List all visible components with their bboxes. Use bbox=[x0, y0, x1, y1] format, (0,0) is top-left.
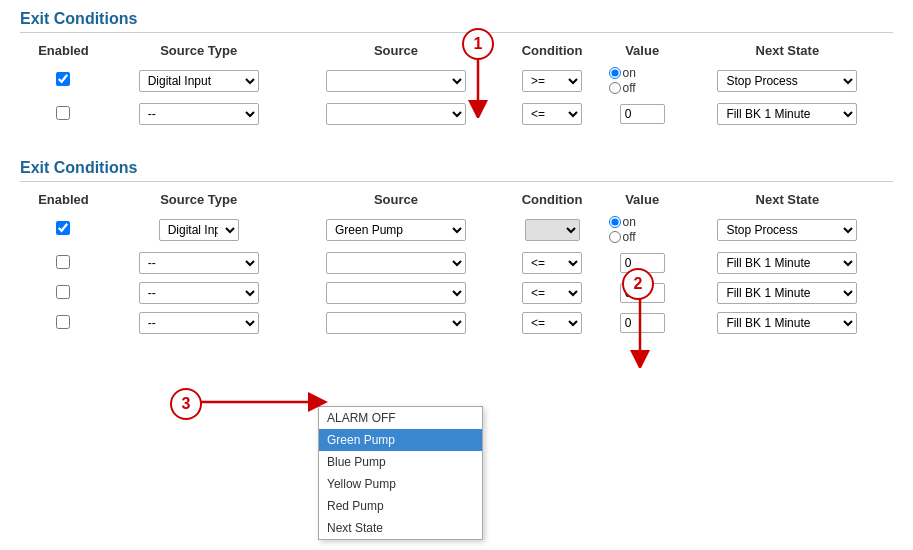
col-enabled-1: Enabled bbox=[20, 39, 107, 62]
s2-row2-condition-select[interactable]: <= >= bbox=[522, 252, 582, 274]
dropdown-item-green-pump[interactable]: Green Pump bbox=[319, 429, 482, 451]
row1-on-radio[interactable] bbox=[609, 67, 621, 79]
col-source-type-1: Source Type bbox=[107, 39, 290, 62]
table-row: -- Digital Input <= >= bbox=[20, 248, 893, 278]
row1-condition-select[interactable]: >= <= bbox=[522, 70, 582, 92]
s2-row4-next-state-select[interactable]: Fill BK 1 Minute bbox=[717, 312, 857, 334]
section1-table: Enabled Source Type Source Condition Val… bbox=[20, 39, 893, 129]
row2-source-type-select[interactable]: -- Digital Input bbox=[139, 103, 259, 125]
row2-condition-select[interactable]: <= >= bbox=[522, 103, 582, 125]
s2-row1-off-radio[interactable] bbox=[609, 231, 621, 243]
annotation-circle-3: 3 bbox=[170, 388, 202, 420]
s2-row1-source-type-select[interactable]: Digital Input -- bbox=[159, 219, 239, 241]
section2-title: Exit Conditions bbox=[20, 159, 893, 182]
row1-enabled-cb[interactable] bbox=[56, 72, 70, 86]
annotation-circle-1: 1 bbox=[462, 28, 494, 60]
s2-row3-source-select[interactable] bbox=[326, 282, 466, 304]
s2-row3-source-type-select[interactable]: -- Digital Input bbox=[139, 282, 259, 304]
col-condition-2: Condition bbox=[502, 188, 603, 211]
s2-row4-source-select[interactable] bbox=[326, 312, 466, 334]
dropdown-item-yellow-pump[interactable]: Yellow Pump bbox=[319, 473, 482, 495]
dropdown-item-red-pump[interactable]: Red Pump bbox=[319, 495, 482, 517]
col-next-state-2: Next State bbox=[682, 188, 893, 211]
row2-value-input[interactable] bbox=[620, 104, 665, 124]
s2-row3-condition-select[interactable]: <= >= bbox=[522, 282, 582, 304]
annotation-circle-2: 2 bbox=[622, 268, 654, 300]
row2-source-select[interactable] bbox=[326, 103, 466, 125]
row2-enabled-cb[interactable] bbox=[56, 106, 70, 120]
col-enabled-2: Enabled bbox=[20, 188, 107, 211]
dropdown-item-blue-pump[interactable]: Blue Pump bbox=[319, 451, 482, 473]
table-row: -- Digital Input <= >= bbox=[20, 99, 893, 129]
source-dropdown: ALARM OFF Green Pump Blue Pump Yellow Pu… bbox=[318, 406, 483, 540]
col-value-2: Value bbox=[603, 188, 682, 211]
row1-source-type-select[interactable]: Digital Input -- Analog Input bbox=[139, 70, 259, 92]
s2-row2-source-type-select[interactable]: -- Digital Input bbox=[139, 252, 259, 274]
table-row: Digital Input -- Green Pump on bbox=[20, 211, 893, 248]
row1-value-radio-group: on off bbox=[609, 66, 676, 95]
table-row: -- <= Fill BK bbox=[20, 308, 893, 338]
s2-row2-next-state-select[interactable]: Fill BK 1 Minute Stop Process bbox=[717, 252, 857, 274]
col-condition-1: Condition bbox=[502, 39, 603, 62]
section1-title: Exit Conditions bbox=[20, 10, 893, 33]
s2-row1-on-radio[interactable] bbox=[609, 216, 621, 228]
s2-row4-value-input[interactable] bbox=[620, 313, 665, 333]
row1-source-select[interactable] bbox=[326, 70, 466, 92]
s2-row4-condition-select[interactable]: <= bbox=[522, 312, 582, 334]
dropdown-item-alarm-off[interactable]: ALARM OFF bbox=[319, 407, 482, 429]
s2-row1-value-radio-group: on off bbox=[609, 215, 676, 244]
s2-row2-enabled-cb[interactable] bbox=[56, 255, 70, 269]
row2-next-state-select[interactable]: Fill BK 1 Minute Stop Process bbox=[717, 103, 857, 125]
section2-table: Enabled Source Type Source Condition Val… bbox=[20, 188, 893, 338]
s2-row3-enabled-cb[interactable] bbox=[56, 285, 70, 299]
s2-row4-enabled-cb[interactable] bbox=[56, 315, 70, 329]
col-value-1: Value bbox=[603, 39, 682, 62]
table-row: -- Digital Input <= >= bbox=[20, 278, 893, 308]
s2-row1-enabled-cb[interactable] bbox=[56, 221, 70, 235]
s2-row1-next-state-select[interactable]: Stop Process Fill BK 1 Minute bbox=[717, 219, 857, 241]
s2-row1-source-select[interactable]: Green Pump bbox=[326, 219, 466, 241]
col-next-state-1: Next State bbox=[682, 39, 893, 62]
annotation-arrow-3 bbox=[200, 390, 330, 420]
s2-row2-source-select[interactable] bbox=[326, 252, 466, 274]
row1-next-state-select[interactable]: Stop Process Fill BK 1 Minute bbox=[717, 70, 857, 92]
col-source-type-2: Source Type bbox=[107, 188, 290, 211]
s2-row3-next-state-select[interactable]: Fill BK 1 Minute Stop Process bbox=[717, 282, 857, 304]
dropdown-item-next-state[interactable]: Next State bbox=[319, 517, 482, 539]
row1-off-radio[interactable] bbox=[609, 82, 621, 94]
s2-row1-condition-select[interactable] bbox=[525, 219, 580, 241]
table-row: Digital Input -- Analog Input >= <= bbox=[20, 62, 893, 99]
s2-row4-source-type-select[interactable]: -- bbox=[139, 312, 259, 334]
col-source-2: Source bbox=[290, 188, 501, 211]
